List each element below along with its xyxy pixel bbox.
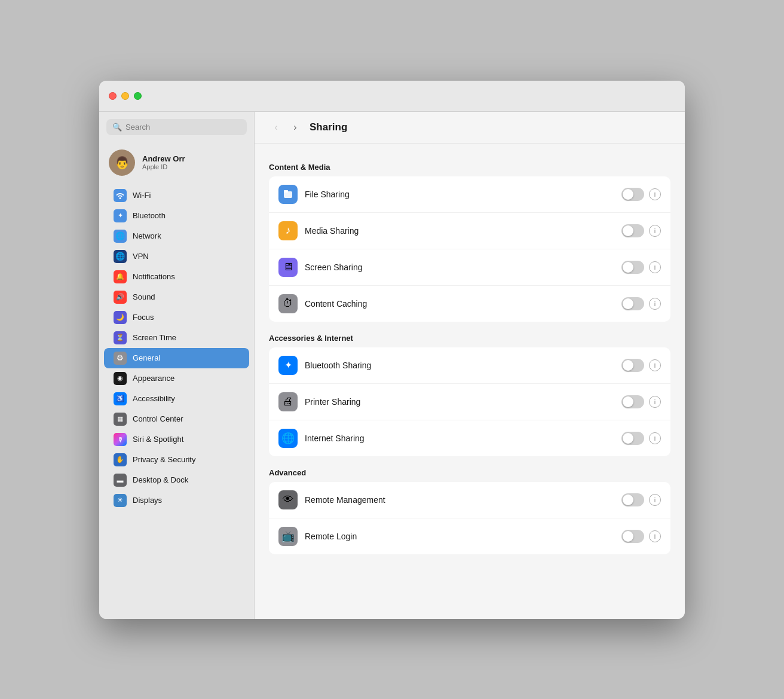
sidebar-item-siri-spotlight[interactable]: 🎙Siri & Spotlight [104, 429, 249, 450]
bluetooth-sharing-info-button[interactable]: i [649, 359, 661, 371]
page-title: Sharing [310, 121, 347, 133]
search-icon: 🔍 [112, 123, 122, 132]
file-sharing-toggle[interactable] [621, 188, 644, 201]
control-center-icon: ▦ [114, 413, 127, 426]
displays-icon: ☀ [114, 494, 127, 507]
setting-row-remote-management: 👁Remote Managementi [269, 482, 670, 518]
general-icon: ⚙ [114, 352, 127, 365]
sidebar-item-vpn[interactable]: 🌐VPN [104, 246, 249, 267]
sidebar-item-label-sound: Sound [133, 292, 155, 301]
main-content: ‹ › Sharing Content & MediaFile Sharingi… [255, 112, 685, 619]
setting-row-file-sharing: File Sharingi [269, 176, 670, 213]
screen-sharing-info-button[interactable]: i [649, 261, 661, 273]
sidebar-item-label-bluetooth: Bluetooth [133, 211, 166, 220]
minimize-button[interactable] [121, 92, 129, 100]
section-header-advanced: Advanced [269, 468, 670, 477]
remote-login-info-button[interactable]: i [649, 530, 661, 542]
printer-sharing-info-button[interactable]: i [649, 396, 661, 408]
setting-row-media-sharing: ♪Media Sharingi [269, 213, 670, 249]
sidebar-item-notifications[interactable]: 🔔Notifications [104, 267, 249, 287]
internet-sharing-info-button[interactable]: i [649, 432, 661, 444]
media-sharing-controls: i [621, 224, 661, 237]
sidebar-item-desktop-dock[interactable]: ▬Desktop & Dock [104, 470, 249, 490]
sidebar-item-label-desktop-dock: Desktop & Dock [133, 475, 188, 484]
back-button[interactable]: ‹ [269, 120, 283, 135]
internet-sharing-controls: i [621, 432, 661, 445]
sidebar-item-label-general: General [133, 353, 160, 362]
traffic-lights [109, 92, 142, 100]
section-card-accessories-internet: ✦Bluetooth Sharingi🖨Printer Sharingi🌐Int… [269, 347, 670, 456]
bluetooth-sharing-icon: ✦ [278, 356, 298, 375]
screen-sharing-toggle[interactable] [621, 261, 644, 274]
printer-sharing-label: Printer Sharing [305, 397, 614, 407]
remote-management-toggle[interactable] [621, 493, 644, 506]
search-bar[interactable]: 🔍 [106, 119, 247, 135]
internet-sharing-icon: 🌐 [278, 429, 298, 448]
sections-container: Content & MediaFile Sharingi♪Media Shari… [255, 144, 685, 576]
sidebar-item-network[interactable]: 🌐Network [104, 226, 249, 246]
main-window: 🔍 👨 Andrew Orr Apple ID Wi-Fi✦Bluetooth🌐… [99, 81, 685, 619]
content-caching-controls: i [621, 297, 661, 310]
internet-sharing-toggle[interactable] [621, 432, 644, 445]
user-info: Andrew Orr Apple ID [142, 154, 185, 170]
media-sharing-toggle[interactable] [621, 224, 644, 237]
remote-login-controls: i [621, 530, 661, 543]
sidebar-item-privacy-security[interactable]: ✋Privacy & Security [104, 450, 249, 470]
bluetooth-icon: ✦ [114, 209, 127, 222]
siri-spotlight-icon: 🎙 [114, 433, 127, 446]
screen-time-icon: ⏳ [114, 331, 127, 344]
appearance-icon: ◉ [114, 372, 127, 385]
sidebar-item-bluetooth[interactable]: ✦Bluetooth [104, 206, 249, 226]
setting-row-bluetooth-sharing: ✦Bluetooth Sharingi [269, 347, 670, 384]
sidebar-item-label-siri-spotlight: Siri & Spotlight [133, 435, 183, 444]
accessibility-icon: ♿ [114, 392, 127, 405]
sidebar-item-appearance[interactable]: ◉Appearance [104, 368, 249, 389]
content-caching-info-button[interactable]: i [649, 298, 661, 310]
sidebar-item-label-network: Network [133, 231, 161, 240]
file-sharing-info-button[interactable]: i [649, 188, 661, 200]
sidebar-item-wifi[interactable]: Wi-Fi [104, 185, 249, 206]
content-caching-toggle[interactable] [621, 297, 644, 310]
section-header-content-media: Content & Media [269, 163, 670, 172]
remote-management-info-button[interactable]: i [649, 494, 661, 506]
sidebar-item-label-control-center: Control Center [133, 414, 183, 423]
printer-sharing-toggle[interactable] [621, 395, 644, 408]
setting-row-printer-sharing: 🖨Printer Sharingi [269, 384, 670, 420]
sidebar-item-sound[interactable]: 🔊Sound [104, 287, 249, 307]
sidebar-item-label-wifi: Wi-Fi [133, 191, 151, 200]
search-input[interactable] [125, 123, 241, 132]
section-header-accessories-internet: Accessories & Internet [269, 334, 670, 343]
setting-row-content-caching: ⏱Content Cachingi [269, 286, 670, 322]
sidebar-item-displays[interactable]: ☀Displays [104, 490, 249, 511]
sidebar-item-label-vpn: VPN [133, 252, 149, 261]
bluetooth-sharing-label: Bluetooth Sharing [305, 361, 614, 370]
sidebar-item-focus[interactable]: 🌙Focus [104, 307, 249, 328]
network-icon: 🌐 [114, 230, 127, 243]
setting-row-remote-login: 📺Remote Logini [269, 518, 670, 554]
screen-sharing-controls: i [621, 261, 661, 274]
focus-icon: 🌙 [114, 311, 127, 324]
setting-row-screen-sharing: 🖥Screen Sharingi [269, 249, 670, 286]
user-section[interactable]: 👨 Andrew Orr Apple ID [99, 145, 254, 185]
main-header: ‹ › Sharing [255, 112, 685, 144]
sidebar-item-accessibility[interactable]: ♿Accessibility [104, 389, 249, 409]
wifi-icon [114, 189, 127, 202]
vpn-icon: 🌐 [114, 250, 127, 263]
internet-sharing-label: Internet Sharing [305, 434, 614, 443]
remote-login-icon: 📺 [278, 527, 298, 546]
bluetooth-sharing-toggle[interactable] [621, 359, 644, 372]
media-sharing-icon: ♪ [278, 221, 298, 240]
close-button[interactable] [109, 92, 117, 100]
remote-login-toggle[interactable] [621, 530, 644, 543]
remote-management-label: Remote Management [305, 495, 614, 505]
avatar: 👨 [109, 149, 135, 176]
sidebar-item-general[interactable]: ⚙General [104, 348, 249, 368]
sidebar-item-control-center[interactable]: ▦Control Center [104, 409, 249, 429]
sidebar-item-label-notifications: Notifications [133, 272, 175, 281]
maximize-button[interactable] [134, 92, 142, 100]
sidebar-item-screen-time[interactable]: ⏳Screen Time [104, 328, 249, 348]
media-sharing-info-button[interactable]: i [649, 225, 661, 237]
forward-button[interactable]: › [288, 120, 302, 135]
file-sharing-label: File Sharing [305, 190, 614, 199]
screen-sharing-icon: 🖥 [278, 258, 298, 277]
